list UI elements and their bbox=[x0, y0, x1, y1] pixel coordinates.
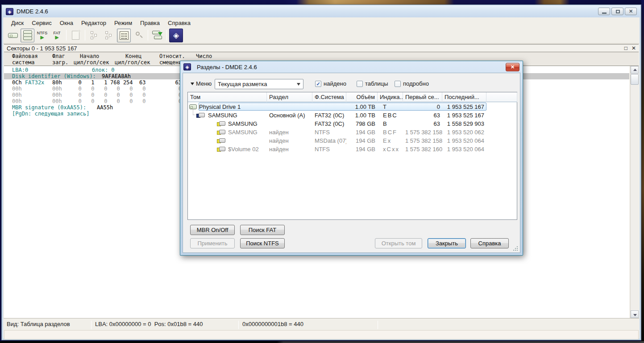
drive-icon bbox=[8, 33, 18, 38]
dialog-title: Разделы - DMDE 2.4.6 bbox=[197, 64, 257, 70]
vertical-scrollbar[interactable] bbox=[630, 66, 638, 318]
header-indicators[interactable]: Индика... bbox=[378, 92, 403, 102]
new-scan-button bbox=[69, 29, 83, 42]
status-lba: LBA: 0x00000000 = 0 Pos: 0x01b8 = 440 bbox=[95, 321, 203, 327]
close-icon: ✕ bbox=[625, 8, 636, 14]
checkbox-details[interactable]: подробно bbox=[395, 80, 429, 87]
play-icon: ▶ bbox=[41, 35, 44, 40]
main-titlebar: ◈ DMDE 2.4.6 ✕ bbox=[2, 5, 640, 17]
header-extra[interactable] bbox=[486, 92, 517, 102]
menu-disk[interactable]: Диск bbox=[7, 19, 28, 27]
table-row-found-volume[interactable]: $Volume 02 найден NTFS 194 GB xCxx 1 575… bbox=[188, 145, 517, 153]
header-first-sector[interactable]: Первый се... bbox=[403, 92, 442, 102]
dmde-logo-button[interactable]: ◈ bbox=[169, 29, 183, 42]
checkbox-empty-icon bbox=[357, 81, 363, 87]
scroll-up-button[interactable] bbox=[631, 66, 639, 74]
panel-close-icon[interactable]: ✕ bbox=[632, 45, 636, 51]
dialog-titlebar: ◈ Разделы - DMDE 2.4.6 ✕ bbox=[180, 61, 523, 73]
table-row-volume[interactable]: SAMSUNG FAT32 (0C) 798 GB B 63 1 558 529… bbox=[188, 120, 517, 128]
menubar: Диск Сервис Окна Редактор Режим Правка С… bbox=[4, 18, 639, 27]
apply-button: Применить bbox=[190, 238, 235, 248]
scroll-down-button[interactable] bbox=[631, 310, 639, 318]
checkbox-check-icon: ✓ bbox=[315, 81, 321, 87]
search-ntfs-button[interactable]: Поиск NTFS bbox=[240, 238, 285, 248]
toolbar-separator bbox=[85, 30, 85, 41]
close-button[interactable]: ✕ bbox=[625, 8, 637, 15]
close-dialog-button[interactable]: Закрыть bbox=[428, 238, 466, 248]
layout-combobox[interactable]: Текущая разметка bbox=[215, 79, 303, 89]
partitions-table: Том Раздел Ф.Система Объём Индика... Пер… bbox=[187, 92, 517, 220]
list-view-icon bbox=[105, 31, 114, 40]
new-scan-icon bbox=[72, 31, 79, 40]
restore-icon bbox=[616, 10, 620, 13]
dmde-app-icon: ◈ bbox=[6, 8, 13, 15]
col-filesystem: Файловая bbox=[12, 53, 38, 59]
header-filesystem[interactable]: Ф.Система bbox=[312, 92, 346, 102]
sector-view-button[interactable] bbox=[117, 29, 131, 42]
table-row-found-volume[interactable]: SAMSUNG найден NTFS 194 GB BCF 1 575 382… bbox=[188, 128, 517, 136]
menu-mode[interactable]: Режим bbox=[110, 19, 136, 27]
checkbox-empty-icon bbox=[395, 81, 401, 87]
toolbar-separator bbox=[66, 30, 66, 41]
toolbar: NTFS ▶ FAT ▶ ◈ bbox=[4, 27, 639, 44]
checkbox-tables-label: таблицы bbox=[365, 80, 388, 87]
checkbox-tables[interactable]: таблицы bbox=[357, 80, 388, 87]
search-view-button bbox=[132, 29, 145, 42]
menu-edit[interactable]: Правка bbox=[136, 19, 164, 27]
dmde-logo-icon: ◈ bbox=[173, 31, 179, 40]
dialog-body: Меню Текущая разметка ✓ найдено таблицы … bbox=[183, 73, 520, 253]
restore-button[interactable] bbox=[611, 8, 623, 15]
header-size[interactable]: Объём bbox=[346, 92, 378, 102]
checkbox-found-label: найдено bbox=[324, 80, 346, 87]
desktop: ◈ DMDE 2.4.6 ✕ Диск Сервис Окна Редактор… bbox=[0, 0, 644, 343]
resize-grip[interactable] bbox=[513, 246, 518, 251]
run-fat-search-button[interactable]: FAT ▶ bbox=[50, 29, 64, 42]
checkbox-found[interactable]: ✓ найдено bbox=[315, 80, 346, 87]
status-view: Вид: Таблица разделов bbox=[7, 321, 70, 327]
table-row-found-volume[interactable]: найден MSData (07) 194 GB Ex 1 575 382 1… bbox=[188, 136, 517, 145]
statusbar: Вид: Таблица разделов LBA: 0x00000000 = … bbox=[4, 318, 639, 330]
toolbar-separator bbox=[148, 30, 148, 41]
dialog-menu-button[interactable]: Меню bbox=[191, 80, 212, 87]
scroll-thumb[interactable] bbox=[631, 74, 639, 85]
chevron-down-icon bbox=[191, 83, 194, 87]
copy-sectors-button[interactable] bbox=[150, 29, 164, 42]
combobox-value: Текущая разметка bbox=[218, 81, 267, 87]
menu-help[interactable]: Справка bbox=[164, 19, 195, 27]
col-start: Начало bbox=[80, 53, 99, 59]
table-row-partition[interactable]: SAMSUNG Основной (A) FAT32 (0C) 1.00 TB … bbox=[188, 111, 517, 120]
minimize-button[interactable] bbox=[598, 8, 610, 15]
sectors-panel-titlebar: Секторы 0 - 1 953 525 167 □ ✕ bbox=[4, 44, 639, 52]
dialog-close-button[interactable]: ✕ bbox=[506, 63, 519, 71]
open-drive-button[interactable] bbox=[6, 29, 20, 42]
header-volume[interactable]: Том bbox=[188, 92, 267, 102]
menu-service[interactable]: Сервис bbox=[28, 19, 56, 27]
checkbox-details-label: подробно bbox=[403, 80, 429, 87]
status-offset: 0x0000000001b8 = 440 bbox=[242, 321, 303, 327]
chevron-down-icon bbox=[297, 83, 300, 87]
header-last-sector[interactable]: Последний... bbox=[442, 92, 486, 102]
menu-editor[interactable]: Редактор bbox=[77, 19, 110, 27]
search-fat-button[interactable]: Поиск FAT bbox=[240, 225, 285, 235]
col-filesystem-2: система bbox=[12, 59, 35, 66]
minimize-icon bbox=[602, 12, 607, 14]
panel-maximize-icon[interactable]: □ bbox=[624, 45, 627, 51]
sectors-panel-title: Секторы 0 - 1 953 525 167 bbox=[7, 45, 77, 52]
help-button[interactable]: Справка bbox=[470, 238, 509, 248]
open-volume-button: Открыть том bbox=[375, 238, 422, 248]
mbr-onoff-button[interactable]: MBR On/Off bbox=[190, 225, 235, 235]
menu-windows[interactable]: Окна bbox=[56, 19, 77, 27]
sector-view-icon bbox=[120, 31, 129, 40]
drives-stack-icon bbox=[23, 30, 32, 40]
col-count: Число bbox=[196, 53, 212, 59]
col-relative: Относит. bbox=[159, 53, 185, 59]
select-drive-button[interactable] bbox=[21, 29, 34, 42]
col-flag: Флаг bbox=[52, 53, 65, 59]
header-partition[interactable]: Раздел bbox=[267, 92, 312, 102]
volume-icon bbox=[217, 138, 224, 143]
list-view-button bbox=[102, 29, 116, 42]
table-row-physical-drive[interactable]: Physical Drive 1 1.00 TB T 0 1 953 525 1… bbox=[188, 103, 517, 111]
window-title: DMDE 2.4.6 bbox=[17, 8, 48, 15]
run-ntfs-search-button[interactable]: NTFS ▶ bbox=[35, 29, 49, 42]
toolbar-separator bbox=[166, 30, 167, 41]
